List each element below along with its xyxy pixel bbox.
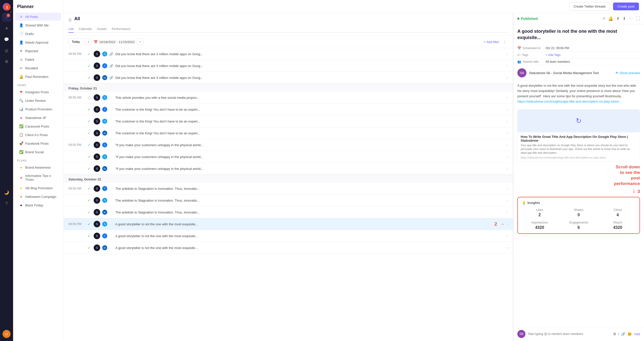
add-tags-button[interactable]: + Add Tags <box>546 53 561 57</box>
add-comment-button[interactable]: Add <box>634 332 640 336</box>
more-icon[interactable]: ⋯ <box>629 16 633 21</box>
table-row[interactable]: ✓ S f 🔗 A good storyteller is not the on… <box>63 230 513 242</box>
tab-list[interactable]: List <box>68 25 74 33</box>
table-row[interactable]: ✓ S in 🔗 A good storyteller is not the o… <box>63 242 513 254</box>
table-row[interactable]: ✓ S in 🔗 "If you make your customers unh… <box>63 163 513 175</box>
tabs-bar: List Calendar Assets Performance <box>68 25 508 33</box>
table-row[interactable]: ✓ S 𝕏 🔗 The customer is the King! You do… <box>63 115 513 127</box>
nav-question[interactable]: ? <box>2 199 11 208</box>
table-row[interactable]: 09:00 PM ✓ S 𝕏 🔗 Did you know that there… <box>63 48 513 60</box>
table-row[interactable]: 09:00 AM ✓ S f 🔗 The antidote to Stagnat… <box>63 183 513 195</box>
nav-chat[interactable]: 💬 <box>2 35 11 44</box>
check-icon: ✓ <box>88 155 92 159</box>
create-thread-button[interactable]: Create Twitter threads <box>569 2 610 11</box>
hamburger-icon[interactable]: ☰ <box>68 18 72 22</box>
table-row[interactable]: ✓ S in 🔗 The customer is the King! You d… <box>63 127 513 139</box>
tab-assets[interactable]: Assets <box>97 25 107 33</box>
sidebar-item-statusbrew-jp[interactable]: ● Statusbrew JP <box>15 114 61 122</box>
external-link-icon[interactable]: ↗ <box>602 16 605 21</box>
detail-panel: Published ↗ 🔔 ⬆ ⬇ ⋯ ⛶ A good storyteller… <box>513 13 644 341</box>
sidebar-item-recalled[interactable]: ↩ Recalled <box>15 64 61 72</box>
impressions-value: 4320 <box>522 225 557 230</box>
expand-icon[interactable]: ⛶ <box>636 16 640 21</box>
link-card-description: Your app title and description on Google… <box>521 143 637 155</box>
italic-icon[interactable]: I <box>618 332 619 336</box>
engagements-label: Engagements <box>561 221 596 224</box>
sidebar-item-needs-approval[interactable]: 👤 Needs Approval <box>15 38 61 46</box>
nav-planner[interactable]: ↓ 1 <box>2 13 11 22</box>
next-button[interactable]: › <box>137 39 144 45</box>
sidebar-item-label: All Posts <box>25 15 38 19</box>
more-options-button[interactable]: ⋮ <box>501 39 508 45</box>
post-avatar: S <box>94 142 100 148</box>
list-header: ☰ All List Calendar Assets Performance <box>63 13 513 36</box>
share-icon[interactable]: ⬆ <box>616 16 620 21</box>
table-row[interactable]: 09:00 PM ✓ S 𝕏 🔗 A good storyteller is n… <box>63 218 513 230</box>
annotation-2: 2 <box>494 222 497 227</box>
table-row[interactable]: ✓ S in 🔗 Did you know that there are 3 m… <box>63 72 513 84</box>
sidebar-item-all-posts[interactable]: ≡ All Posts <box>15 13 61 21</box>
tab-calendar[interactable]: Calendar <box>79 25 92 33</box>
insights-title: 💡 Insights <box>522 201 635 205</box>
show-preview-button[interactable]: 👁 Show preview <box>615 71 640 75</box>
recalled-icon: ↩ <box>19 66 23 70</box>
sidebar-item-facebook[interactable]: 🚀 Facebook Posts <box>15 139 61 147</box>
sidebar-item-rejected[interactable]: ✕ Rejected <box>15 47 61 55</box>
bell-icon[interactable]: 🔔 <box>608 16 613 21</box>
download-icon[interactable]: ⬇ <box>623 16 626 21</box>
sidebar-item-product-promotion[interactable]: 📊 Product Promotion <box>15 105 61 113</box>
sidebar-item-informative-tips[interactable]: ● Informative Tips n Tricks <box>15 172 61 183</box>
check-icon: ◇ <box>88 95 92 100</box>
user-avatar[interactable]: U <box>3 330 11 338</box>
check-icon: ✓ <box>88 246 92 250</box>
bold-icon[interactable]: B <box>614 332 616 336</box>
create-post-button[interactable]: Create post <box>613 3 639 10</box>
sidebar-item-drafts[interactable]: 📄 Drafts <box>15 30 61 38</box>
prev-button[interactable]: ‹ <box>85 39 92 45</box>
sidebar-item-failed[interactable]: ⚠ Failed <box>15 55 61 64</box>
comment-input[interactable] <box>528 332 611 336</box>
post-link[interactable]: https://statusbrew.com/insights/app-titl… <box>517 100 622 103</box>
sidebar-item-black-friday[interactable]: ● Black Friday <box>15 201 61 209</box>
table-row[interactable]: ✓ S f 🔗 Did you know that there are 3 mi… <box>63 60 513 72</box>
table-row[interactable]: ✓ S in 🔗 The antidote to Stagnation is I… <box>63 206 513 218</box>
sidebar-item-under-review[interactable]: 🔍 Under Review <box>15 97 61 105</box>
reach-label: Reach <box>600 221 635 224</box>
views-section-label: VIEWS <box>13 81 63 88</box>
facebook-icon: f <box>102 186 107 191</box>
today-button[interactable]: Today <box>68 38 83 45</box>
table-row[interactable]: ✓ S 𝕏 🔗 "If you make your customers unha… <box>63 151 513 163</box>
sidebar-item-brand-social[interactable]: ✅ Brand Social <box>15 148 61 156</box>
tags-row: 🏷 Tags + Add Tags <box>517 52 640 58</box>
tab-performance[interactable]: Performance <box>112 25 130 33</box>
sidebar-item-halloween[interactable]: ● Halloween Campaign <box>15 193 61 201</box>
sidebar-item-brand-awareness[interactable]: ● Brand Awareness <box>15 163 61 171</box>
post-text: "If you make your customers unhappy in t… <box>115 143 505 147</box>
tags-label: 🏷 Tags <box>517 53 543 57</box>
post-avatar: S <box>94 221 100 227</box>
insight-engagements: Engagements 6 <box>561 221 596 230</box>
table-row[interactable]: 09:00 AM ◇ S 𝕏 🔗 This article provides y… <box>63 92 513 104</box>
sidebar-item-client-a[interactable]: 📋 Client A's Posts <box>15 131 61 139</box>
table-row[interactable]: ✓ S f 🔗 The customer is the King! You do… <box>63 104 513 115</box>
post-text: A good storyteller is not the one with t… <box>115 246 505 250</box>
post-detail-content: A good storyteller is not the one with t… <box>513 24 644 327</box>
calendar-icon: 📅 <box>94 40 98 44</box>
row-arrow-icon: › <box>507 167 508 171</box>
nav-send[interactable]: ✈ <box>2 24 11 33</box>
annotation-text: Scroll downto see thepostperformance <box>614 165 640 186</box>
nav-settings[interactable]: ⚙ <box>2 57 11 66</box>
emoji-icon[interactable]: 😊 <box>627 332 632 336</box>
check-icon: ✓ <box>88 76 92 80</box>
nav-analytics[interactable]: ◎ <box>2 46 11 55</box>
nav-moon[interactable]: 🌙 <box>2 188 11 197</box>
link-format-icon[interactable]: 🔗 <box>621 332 625 336</box>
add-filter-button[interactable]: + Add filter <box>484 40 499 44</box>
sidebar-item-past-reminders[interactable]: 🔔 Past Reminders <box>15 73 61 81</box>
sidebar-item-instagram[interactable]: ❤ Instagram Posts <box>15 88 61 96</box>
table-row[interactable]: 09:00 PM ✓ S f 🔗 "If you make your custo… <box>63 139 513 151</box>
sidebar-item-shared[interactable]: 👤 Shared With Me <box>15 21 61 29</box>
sidebar-item-carousel[interactable]: ✅ Caraousel Posts <box>15 122 61 130</box>
sidebar-item-sb-blog[interactable]: ● SB Blog Promotion <box>15 184 61 192</box>
table-row[interactable]: ✓ S 𝕏 🔗 The antidote to Stagnation is In… <box>63 195 513 206</box>
